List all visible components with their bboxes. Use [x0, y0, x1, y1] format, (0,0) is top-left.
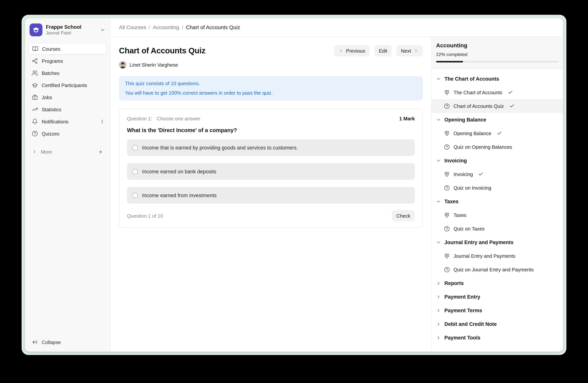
chevron-down-icon [436, 76, 441, 81]
chevron-right-icon [436, 322, 441, 326]
question-text: What is the 'Direct Income' of a company… [127, 127, 415, 133]
chevron-right-icon [436, 294, 441, 299]
video-lesson-icon [444, 171, 450, 177]
quiz-icon [444, 103, 450, 109]
collapse-label: Collapse [42, 339, 61, 345]
chevron-down-icon [436, 240, 441, 245]
outline-item-quiz-on-journal-entry-and-payments[interactable]: Quiz on Journal Entry and Payments [432, 263, 563, 276]
quiz-icon [444, 226, 450, 231]
breadcrumb-accounting[interactable]: Accounting [153, 24, 179, 30]
check-icon [507, 90, 513, 95]
question-marks: 1 Mark [399, 116, 415, 121]
radio-icon[interactable] [132, 145, 138, 151]
brand-name: Frappe School [46, 24, 82, 30]
previous-button[interactable]: Previous [334, 45, 370, 57]
outline-item-invoicing[interactable]: Invoicing [432, 167, 563, 181]
outline-section-the-chart-of-accounts[interactable]: The Chart of Accounts [432, 72, 563, 86]
radio-icon[interactable] [132, 169, 138, 174]
outline-section-payment-entry[interactable]: Payment Entry [432, 290, 563, 304]
workspace-switcher[interactable]: Frappe School Jannat Patel [30, 23, 106, 36]
notification-badge: 1 [101, 119, 104, 124]
outline-section-invoicing[interactable]: Invoicing [432, 154, 563, 167]
trending-up-icon [32, 106, 38, 112]
next-button[interactable]: Next [397, 45, 423, 57]
bell-icon [32, 118, 38, 125]
question-label: Question 1: [127, 116, 152, 121]
chevron-left-icon [339, 48, 343, 53]
answer-options: Income that is earned by providing goods… [127, 139, 415, 204]
sidebar-item-courses[interactable]: Courses [29, 43, 106, 55]
author-avatar [119, 61, 126, 69]
outline-item-opening-balance[interactable]: Opening Balance [432, 126, 563, 140]
course-outline: Accounting 22% completed The Chart of Ac… [431, 37, 563, 352]
course-progress-fill [436, 61, 463, 62]
breadcrumb-all-courses[interactable]: All Courses [119, 24, 146, 30]
chevron-right-icon [436, 281, 441, 286]
author: Linet Sherin Varghese [119, 61, 423, 69]
notice-line: This quiz consists of 10 questions. [125, 79, 417, 88]
course-progress-bar [436, 61, 558, 62]
answer-option-3[interactable]: Income earned from investments [127, 187, 415, 204]
chevron-down-icon [100, 27, 106, 33]
briefcase-icon [32, 94, 38, 100]
sidebar-nav: Courses Programs Batches Certified Parti… [29, 43, 106, 140]
quiz-icon [444, 144, 450, 150]
main-area: All Courses / Accounting / Chart of Acco… [111, 18, 563, 352]
help-circle-icon [32, 131, 38, 137]
edit-button[interactable]: Edit [374, 45, 392, 57]
graduation-cap-icon [32, 82, 38, 88]
quiz-icon [444, 185, 450, 191]
plus-icon[interactable] [98, 149, 104, 154]
outline-item-quiz-on-opening-balances[interactable]: Quiz on Opening Balances [432, 140, 563, 154]
breadcrumb-separator: / [149, 24, 150, 30]
outline-section-journal-entry-and-payments[interactable]: Journal Entry and Payments [432, 235, 563, 249]
collapse-sidebar-button[interactable]: Collapse [29, 336, 106, 348]
sidebar-item-quizzes[interactable]: Quizzes [29, 128, 106, 139]
check-button[interactable]: Check [392, 210, 415, 221]
sidebar-item-jobs[interactable]: Jobs [29, 92, 106, 103]
outline-section-debit-and-credit-note[interactable]: Debit and Credit Note [432, 317, 563, 331]
outline-section-opening-balance[interactable]: Opening Balance [432, 113, 563, 126]
check-icon [497, 131, 502, 136]
radio-icon[interactable] [132, 192, 138, 198]
collapse-icon [32, 339, 38, 345]
answer-option-2[interactable]: Income earned on bank deposits [127, 163, 415, 180]
app-frame: Frappe School Jannat Patel Courses Progr… [21, 15, 567, 355]
sidebar-item-batches[interactable]: Batches [29, 67, 106, 79]
video-lesson-icon [444, 90, 450, 95]
outline-item-journal-entry-and-payments[interactable]: Journal Entry and Payments [432, 249, 563, 263]
app-window: Frappe School Jannat Patel Courses Progr… [25, 18, 563, 352]
screen: Frappe School Jannat Patel Courses Progr… [0, 0, 588, 383]
chevron-down-icon [436, 199, 441, 204]
video-lesson-icon [444, 130, 450, 136]
check-icon [509, 103, 514, 109]
breadcrumb-separator: / [182, 24, 183, 30]
author-name: Linet Sherin Varghese [129, 62, 178, 68]
book-open-icon [32, 46, 38, 52]
answer-option-1[interactable]: Income that is earned by providing goods… [127, 139, 415, 156]
chevron-right-icon [436, 335, 441, 340]
outline-item-quiz-on-taxes[interactable]: Quiz on Taxes [432, 222, 563, 235]
outline-item-chart-of-accounts-quiz[interactable]: Chart of Accounts Quiz [432, 99, 563, 113]
outline-section-reports[interactable]: Reports [432, 276, 563, 290]
quiz-content: Chart of Accounts Quiz Previous Edit [111, 37, 431, 352]
course-progress-text: 22% completed [436, 52, 558, 57]
outline-item-taxes[interactable]: Taxes [432, 208, 563, 222]
question-instruction: Choose one answer [157, 116, 200, 121]
question-progress: Question 1 of 10 [127, 213, 163, 219]
outline-section-taxes[interactable]: Taxes [432, 194, 563, 208]
outline-item-the-chart-of-accounts[interactable]: The Chart of Accounts [432, 86, 563, 99]
sidebar-item-notifications[interactable]: Notifications 1 [29, 116, 106, 127]
quiz-icon [444, 267, 450, 272]
outline-section-payment-tools[interactable]: Payment Tools [432, 331, 563, 345]
sidebar-item-programs[interactable]: Programs [29, 55, 106, 67]
sidebar-item-certified-participants[interactable]: Certified Participants [29, 79, 106, 91]
more-label: More [41, 149, 52, 154]
outline-item-quiz-on-invoicing[interactable]: Quiz on Invoicing [432, 181, 563, 194]
chevron-right-icon [436, 308, 441, 313]
sidebar-item-more[interactable]: More [29, 146, 106, 157]
sidebar-item-statistics[interactable]: Statistics [29, 104, 106, 115]
left-sidebar: Frappe School Jannat Patel Courses Progr… [25, 18, 111, 352]
frappe-school-logo [30, 23, 42, 36]
outline-section-payment-terms[interactable]: Payment Terms [432, 304, 563, 317]
